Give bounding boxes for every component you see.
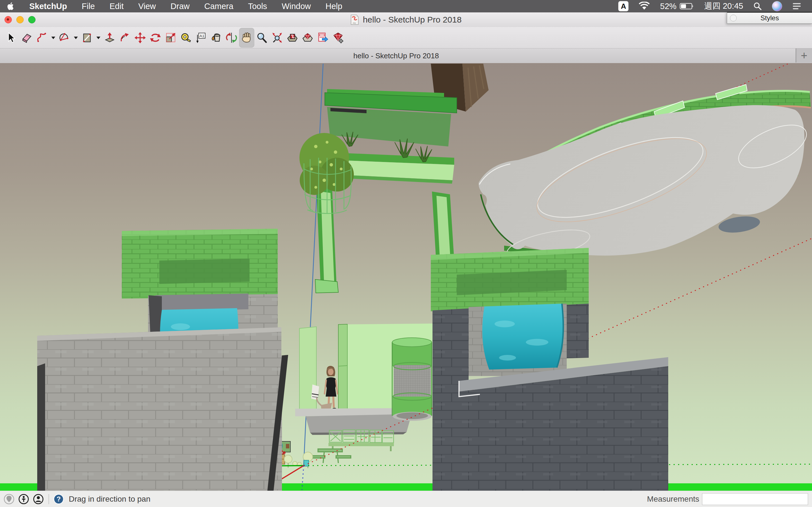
eraser-tool-button[interactable]: pink <box>19 28 35 48</box>
add-scene-button[interactable]: + <box>796 48 812 62</box>
follow-me-icon <box>119 32 131 44</box>
rectangle-shape-icon <box>81 32 93 44</box>
input-source-menu[interactable]: A <box>613 0 633 12</box>
close-window-button[interactable] <box>4 16 12 23</box>
zoom-magnifier-icon <box>256 32 268 44</box>
extension-warehouse-tool-button[interactable] <box>300 28 315 48</box>
notification-center-menu[interactable] <box>787 0 806 12</box>
styles-panel[interactable]: Styles <box>727 12 812 24</box>
rectangle-dropdown-caret[interactable] <box>95 28 102 48</box>
freehand-dropdown-caret[interactable] <box>50 28 57 48</box>
search-icon <box>753 2 762 10</box>
paintbucket-tool-button[interactable] <box>209 28 224 48</box>
scene-tab[interactable]: hello - SketchUp Pro 2018 <box>0 52 792 60</box>
svg-text:A1: A1 <box>200 34 204 38</box>
freehand-tool-button[interactable] <box>35 28 50 48</box>
battery-percent: 52% <box>660 2 676 11</box>
tool-palette: pink <box>0 27 812 48</box>
apple-menu[interactable] <box>0 0 22 12</box>
spotlight-menu[interactable] <box>748 0 767 12</box>
menu-tools[interactable]: Tools <box>241 0 274 12</box>
rotate-icon <box>149 32 161 44</box>
status-hint: Drag in direction to pan <box>69 495 151 504</box>
two-point-arc-icon <box>59 32 70 44</box>
select-arrow-icon <box>6 32 17 44</box>
move-tool-button[interactable] <box>133 28 148 48</box>
extension-manager-tool-button[interactable] <box>331 28 346 48</box>
menu-edit[interactable]: Edit <box>102 0 131 12</box>
push-pull-icon <box>104 32 116 44</box>
chevron-down-icon <box>96 36 101 40</box>
tape-measure-icon <box>180 32 192 44</box>
freehand-line-icon <box>36 32 48 44</box>
skp-file-icon: .skp <box>350 15 359 25</box>
wifi-icon <box>639 2 650 11</box>
orbit-tool-button[interactable] <box>224 28 239 48</box>
menu-file[interactable]: File <box>74 0 102 12</box>
pan-tool-button[interactable] <box>239 28 254 48</box>
zoom-window-button[interactable] <box>28 16 36 23</box>
3d-warehouse-icon <box>287 32 298 44</box>
extension-warehouse-icon <box>302 32 313 44</box>
warehouse-tool-button[interactable] <box>285 28 300 48</box>
arc-dropdown-caret[interactable] <box>72 28 80 48</box>
arc-tool-button[interactable] <box>57 28 72 48</box>
modeling-viewport[interactable] <box>0 63 812 491</box>
pushpull-tool-button[interactable] <box>102 28 117 48</box>
clock-menu[interactable]: 週四 20:45 <box>699 0 748 12</box>
svg-text:.skp: .skp <box>352 22 356 24</box>
zoom-extents-tool-button[interactable] <box>269 28 285 48</box>
eraser-icon: pink <box>21 32 33 44</box>
menu-window[interactable]: Window <box>274 0 318 12</box>
text-label-icon: A1 <box>195 32 207 44</box>
chevron-down-icon <box>51 36 56 40</box>
siri-icon <box>772 1 782 11</box>
battery-icon <box>680 3 694 10</box>
chevron-down-icon <box>73 36 78 40</box>
followme-tool-button[interactable] <box>117 28 133 48</box>
send-to-layout-tool-button[interactable] <box>315 28 331 48</box>
menu-view[interactable]: View <box>131 0 163 12</box>
measurements-label: Measurements <box>647 495 699 504</box>
scale-tool-button[interactable] <box>163 28 178 48</box>
wifi-menu[interactable] <box>633 0 655 12</box>
menu-help[interactable]: Help <box>318 0 350 12</box>
help-icon[interactable]: ? <box>53 494 64 505</box>
rectangle-tool-button[interactable] <box>80 28 95 48</box>
geolocation-icon[interactable] <box>3 494 15 505</box>
zoom-tool-button[interactable] <box>254 28 269 48</box>
menu-app-name[interactable]: SketchUp <box>22 0 74 12</box>
siri-menu[interactable] <box>767 0 787 12</box>
menu-camera[interactable]: Camera <box>197 0 241 12</box>
status-bar: ? Drag in direction to pan Measurements <box>0 491 812 507</box>
scene-tab-bar: hello - SketchUp Pro 2018 + <box>0 48 812 64</box>
menu-draw[interactable]: Draw <box>163 0 197 12</box>
paint-bucket-icon <box>210 32 222 44</box>
right-waterfall <box>483 304 563 370</box>
tapemeasure-tool-button[interactable] <box>178 28 193 48</box>
scale-icon <box>165 32 176 44</box>
text-tool-button[interactable]: A1 <box>193 28 209 48</box>
glass-cylinder <box>392 338 432 421</box>
user-account-icon[interactable] <box>33 494 44 505</box>
styles-panel-title: Styles <box>727 14 812 22</box>
apple-logo-icon <box>7 2 15 10</box>
window-title-bar[interactable]: .skp hello - SketchUp Pro 2018 <box>0 12 812 27</box>
menu-clock: 週四 20:45 <box>704 1 743 12</box>
select-tool-button[interactable] <box>4 28 19 48</box>
list-icon <box>792 2 801 10</box>
minimize-window-button[interactable] <box>16 16 24 23</box>
window-title: hello - SketchUp Pro 2018 <box>363 15 462 24</box>
zoom-extents-icon <box>271 32 283 44</box>
macos-menu-bar: SketchUp File Edit View Draw Camera Tool… <box>0 0 812 12</box>
svg-text:?: ? <box>57 495 61 503</box>
battery-menu[interactable]: 52% <box>655 0 699 12</box>
pan-hand-icon <box>241 32 253 44</box>
model-scene <box>0 63 812 491</box>
measurements-input[interactable] <box>702 493 808 505</box>
extension-manager-icon <box>332 32 344 44</box>
model-credits-icon[interactable] <box>18 494 29 505</box>
rotate-tool-button[interactable] <box>148 28 163 48</box>
white-lamp <box>311 385 319 400</box>
orbit-icon <box>225 32 238 44</box>
